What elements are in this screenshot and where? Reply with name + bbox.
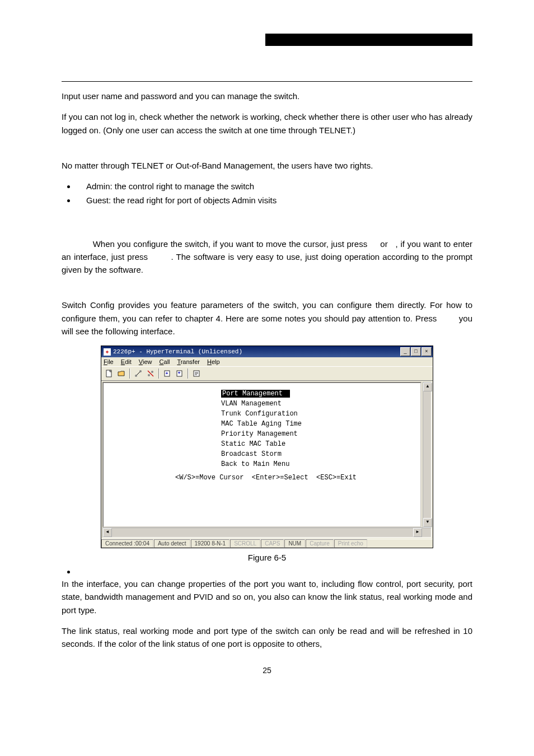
- scroll-up-icon[interactable]: ▲: [423, 382, 432, 391]
- status-bar: Connected :00:04 Auto detect 19200 8-N-1…: [101, 539, 433, 548]
- para-2: If you can not log in, check whether the…: [62, 110, 472, 137]
- status-serial: 19200 8-N-1: [191, 539, 230, 548]
- menu-vlan-management[interactable]: VLAN Management: [104, 399, 420, 409]
- svg-point-4: [151, 371, 153, 373]
- menu-view[interactable]: View: [139, 358, 152, 365]
- menu-help[interactable]: Help: [207, 358, 220, 365]
- menu-bar: File Edit View Call Transfer Help: [101, 357, 433, 366]
- status-echo: Print echo: [334, 539, 367, 548]
- page-number: 25: [62, 666, 472, 675]
- empty-bullet: [62, 567, 472, 576]
- status-detect: Auto detect: [154, 539, 190, 548]
- maximize-button[interactable]: □: [411, 347, 421, 356]
- menu-file[interactable]: File: [104, 358, 114, 365]
- toolbar: [101, 366, 433, 381]
- menu-port-management[interactable]: Port Management: [221, 390, 284, 398]
- minimize-button[interactable]: _: [400, 347, 410, 356]
- menu-call[interactable]: Call: [160, 358, 170, 365]
- status-connected: Connected :00:04: [101, 539, 153, 548]
- app-icon: ❖: [104, 348, 111, 356]
- vertical-scrollbar[interactable]: ▲ ▼: [423, 382, 432, 528]
- right-guest: Guest: the read right for port of object…: [76, 194, 472, 207]
- properties-icon[interactable]: [191, 368, 202, 379]
- scroll-right-icon[interactable]: ►: [413, 528, 422, 537]
- status-caps: CAPS: [261, 539, 284, 548]
- status-num: NUM: [284, 539, 305, 548]
- menu-static-mac[interactable]: Static MAC Table: [104, 439, 420, 449]
- menu-priority-management[interactable]: Priority Management: [104, 429, 420, 439]
- para-1: Input user name and password and you can…: [62, 90, 472, 102]
- send-icon[interactable]: [162, 368, 173, 379]
- hyperterminal-window: ❖ 2226p+ - HyperTerminal (Unlicensed) _ …: [101, 346, 433, 548]
- connect-icon[interactable]: [133, 368, 144, 379]
- terminal-area[interactable]: Port Management VLAN Management Trunk Co…: [102, 382, 421, 528]
- para-5: Switch Config provides you feature param…: [62, 298, 472, 338]
- svg-point-1: [135, 375, 137, 377]
- receive-icon[interactable]: [174, 368, 185, 379]
- new-icon[interactable]: [104, 368, 115, 379]
- scroll-down-icon[interactable]: ▼: [423, 518, 432, 527]
- status-scroll: SCROLL: [230, 539, 260, 548]
- figure-caption: Figure 6-5: [62, 553, 472, 562]
- menu-back[interactable]: Back to Main Menu: [104, 459, 420, 469]
- svg-point-3: [148, 374, 150, 376]
- header-rule: [62, 81, 472, 82]
- disconnect-icon[interactable]: [145, 368, 156, 379]
- svg-point-2: [139, 370, 142, 372]
- menu-edit[interactable]: Edit: [121, 358, 132, 365]
- window-title: 2226p+ - HyperTerminal (Unlicensed): [113, 348, 400, 355]
- title-bar: ❖ 2226p+ - HyperTerminal (Unlicensed) _ …: [101, 346, 433, 357]
- menu-trunk-configuration[interactable]: Trunk Configuration: [104, 409, 420, 419]
- open-icon[interactable]: [116, 368, 127, 379]
- para-7: The link status, real working mode and p…: [62, 624, 472, 651]
- status-capture: Capture: [306, 539, 334, 548]
- para-6: In the interface, you can change propert…: [62, 577, 472, 617]
- menu-broadcast-storm[interactable]: Broadcast Storm: [104, 449, 420, 459]
- header-black-bar: [265, 34, 472, 46]
- scroll-left-icon[interactable]: ◄: [103, 528, 112, 537]
- para-4: When you configure the switch, if you wa…: [62, 237, 472, 277]
- menu-mac-aging[interactable]: MAC Table Aging Time: [104, 419, 420, 429]
- rights-list: Admin: the control right to manage the s…: [62, 180, 472, 207]
- resize-grip-icon: [423, 528, 431, 536]
- right-admin: Admin: the control right to manage the s…: [76, 180, 472, 193]
- close-button[interactable]: ×: [421, 347, 432, 356]
- menu-transfer[interactable]: Transfer: [177, 358, 200, 365]
- terminal-hint: <W/S>=Move Cursor <Enter>=Select <ESC>=E…: [104, 473, 420, 483]
- para-3: No matter through TELNET or Out-of-Band …: [62, 159, 472, 172]
- horizontal-scrollbar[interactable]: ◄ ►: [102, 528, 432, 538]
